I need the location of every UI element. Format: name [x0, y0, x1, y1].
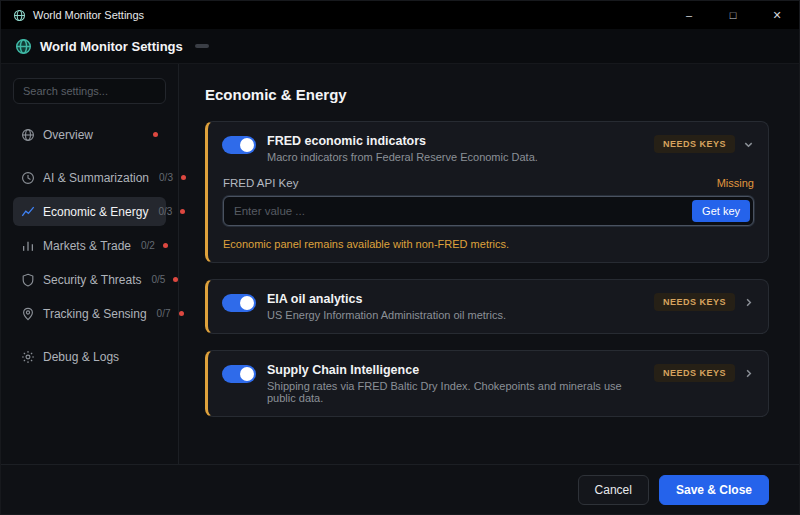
sidebar-item-debug-logs[interactable]: Debug & Logs — [13, 342, 166, 371]
clock-icon — [21, 171, 35, 185]
settings-panel: Economic & Energy FRED economic indicato… — [179, 64, 799, 464]
setting-card-supply-chain: Supply Chain Intelligence Shipping rates… — [205, 350, 769, 417]
sidebar-item-count: 0/3 — [158, 206, 172, 217]
fred-api-key-input[interactable] — [223, 196, 754, 226]
sidebar-item-label: Markets & Trade — [43, 239, 131, 253]
globe-icon — [21, 128, 35, 142]
alert-dot — [153, 132, 158, 137]
sidebar-nav: Overview AI & Summarization 0/3 — [13, 120, 166, 371]
titlebar-left: World Monitor Settings — [1, 9, 667, 22]
needs-keys-badge: NEEDS KEYS — [654, 364, 735, 382]
close-button[interactable]: ✕ — [755, 1, 799, 29]
app-header: World Monitor Settings — [1, 29, 799, 64]
sidebar-item-label: Economic & Energy — [43, 205, 148, 219]
maximize-button[interactable]: □ — [711, 1, 755, 29]
app-window: World Monitor Settings – □ ✕ World Monit… — [0, 0, 800, 515]
fred-indicators-toggle[interactable] — [222, 136, 256, 154]
page-title: Economic & Energy — [205, 86, 769, 103]
setting-card-fred-indicators: FRED economic indicators Macro indicator… — [205, 121, 769, 263]
shield-icon — [21, 273, 35, 287]
gear-icon — [21, 350, 35, 364]
sidebar-item-markets-trade[interactable]: Markets & Trade 0/2 — [13, 231, 166, 260]
save-close-button[interactable]: Save & Close — [659, 475, 769, 505]
footer: Cancel Save & Close — [1, 464, 799, 514]
field-label: FRED API Key — [223, 177, 298, 189]
sidebar-item-count: 0/5 — [151, 274, 165, 285]
line-chart-icon — [21, 205, 35, 219]
chevron-down-icon[interactable] — [743, 139, 754, 150]
missing-status: Missing — [717, 177, 754, 189]
chevron-right-icon[interactable] — [743, 297, 754, 308]
sidebar: Overview AI & Summarization 0/3 — [1, 64, 179, 464]
sidebar-item-count: 0/2 — [141, 240, 155, 251]
sidebar-item-count: 0/7 — [157, 308, 171, 319]
get-key-button[interactable]: Get key — [692, 200, 750, 222]
card-title: FRED economic indicators — [267, 134, 643, 148]
header-dash-icon — [195, 44, 209, 48]
eia-oil-toggle[interactable] — [222, 294, 256, 312]
window-controls: – □ ✕ — [667, 1, 799, 29]
sidebar-item-label: AI & Summarization — [43, 171, 149, 185]
app-logo-globe-icon — [15, 38, 32, 55]
cancel-button[interactable]: Cancel — [578, 475, 649, 505]
card-title: EIA oil analytics — [267, 292, 643, 306]
sidebar-item-label: Tracking & Sensing — [43, 307, 147, 321]
card-subtitle: Macro indicators from Federal Reserve Ec… — [267, 151, 643, 163]
app-title: World Monitor Settings — [40, 39, 183, 54]
needs-keys-badge: NEEDS KEYS — [654, 293, 735, 311]
titlebar: World Monitor Settings – □ ✕ — [1, 1, 799, 29]
supply-chain-toggle[interactable] — [222, 365, 256, 383]
sidebar-item-tracking-sensing[interactable]: Tracking & Sensing 0/7 — [13, 299, 166, 328]
card-title: Supply Chain Intelligence — [267, 363, 643, 377]
setting-card-eia-oil: EIA oil analytics US Energy Information … — [205, 279, 769, 334]
app-globe-icon — [13, 9, 26, 22]
needs-keys-badge: NEEDS KEYS — [654, 135, 735, 153]
sidebar-item-label: Security & Threats — [43, 273, 141, 287]
alert-dot — [173, 277, 178, 282]
card-subtitle: US Energy Information Administration oil… — [267, 309, 643, 321]
sidebar-item-economic-energy[interactable]: Economic & Energy 0/3 — [13, 197, 166, 226]
card-subtitle: Shipping rates via FRED Baltic Dry Index… — [267, 380, 643, 404]
sidebar-item-count: 0/3 — [159, 172, 173, 183]
minimize-button[interactable]: – — [667, 1, 711, 29]
map-pin-icon — [21, 307, 35, 321]
sidebar-item-security-threats[interactable]: Security & Threats 0/5 — [13, 265, 166, 294]
bar-chart-icon — [21, 239, 35, 253]
sidebar-item-overview[interactable]: Overview — [13, 120, 166, 149]
card-note: Economic panel remains available with no… — [223, 238, 754, 250]
search-input[interactable] — [13, 78, 166, 104]
fred-api-key-section: FRED API Key Missing Get key Economic pa… — [222, 177, 754, 250]
window-title: World Monitor Settings — [33, 9, 144, 21]
sidebar-item-ai-summarization[interactable]: AI & Summarization 0/3 — [13, 163, 166, 192]
sidebar-item-label: Debug & Logs — [43, 350, 119, 364]
sidebar-item-label: Overview — [43, 128, 93, 142]
alert-dot — [163, 243, 168, 248]
chevron-right-icon[interactable] — [743, 368, 754, 379]
